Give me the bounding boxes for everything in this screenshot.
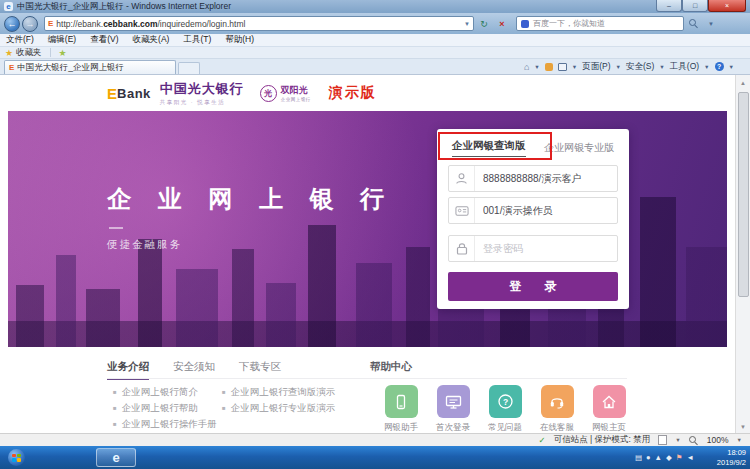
mobile-icon [385, 385, 418, 418]
badge-title: 双阳光 [281, 84, 311, 97]
link-item[interactable]: ■企业网上银行操作手册 [113, 416, 217, 432]
tray-volume-icon[interactable]: ◄ [687, 453, 694, 462]
help-item-customer-service[interactable]: 在线客服 [531, 385, 583, 434]
refresh-button[interactable]: ↻ [476, 16, 492, 31]
taskbar: e ▤ ● ▲ ◆ ⚑ ◄ 18:09 2019/9/2 [0, 446, 750, 469]
taskbar-clock[interactable]: 18:09 2019/9/2 [717, 448, 746, 467]
scroll-down-icon[interactable]: ▼ [736, 419, 750, 434]
divider [50, 48, 51, 57]
tray-app-icon[interactable]: ● [646, 453, 651, 462]
status-dropdown-icon[interactable]: ▼ [675, 437, 680, 443]
operator-input[interactable] [475, 205, 617, 216]
zoom-icon[interactable] [689, 435, 699, 445]
help-item-homepage[interactable]: 网银主页 [583, 385, 635, 434]
browser-viewport: E Bank 中国光大银行 共享阳光 · 悦享生活 光 双阳光 企业网上银行 演… [0, 74, 750, 433]
id-card-icon [449, 198, 475, 223]
stop-button[interactable]: × [494, 16, 510, 31]
minimize-button[interactable]: – [656, 0, 682, 12]
system-tray: ▤ ● ▲ ◆ ⚑ ◄ [635, 446, 694, 469]
headset-icon [541, 385, 574, 418]
help-item-assistant[interactable]: 网银助手 [375, 385, 427, 434]
login-button[interactable]: 登 录 [448, 272, 618, 301]
help-item-faq[interactable]: ? 常见问题 [479, 385, 531, 434]
menu-bar: 文件(F) 编辑(E) 查看(V) 收藏夹(A) 工具(T) 帮助(H) [0, 34, 750, 47]
operator-field [448, 197, 618, 224]
menu-view[interactable]: 查看(V) [90, 34, 118, 46]
forward-button[interactable]: → [22, 16, 38, 32]
page-menu-button[interactable]: 页面(P) [582, 61, 610, 73]
print-dropdown-icon[interactable]: ▼ [572, 64, 577, 70]
help-icon[interactable]: ? [715, 62, 724, 71]
search-dropdown-icon[interactable]: ▼ [708, 21, 714, 27]
compatibility-view-icon[interactable] [658, 435, 667, 445]
feed-icon[interactable] [545, 63, 553, 71]
url-domain: cebbank.com [103, 19, 157, 29]
url-dropdown-icon[interactable]: ▼ [464, 21, 470, 27]
badge-seal-icon: 光 [260, 85, 277, 102]
menu-help[interactable]: 帮助(H) [225, 34, 254, 46]
info-section: 业务介绍 安全须知 下载专区 帮助中心 ■企业网上银行简介 ■企业网上银行帮助 … [0, 347, 735, 434]
close-button[interactable]: × [708, 0, 746, 12]
scroll-up-icon[interactable]: ▲ [736, 75, 750, 90]
address-bar: ← → E http://ebank.cebbank.com/inquirede… [0, 13, 750, 34]
tab-query-version[interactable]: 企业网银查询版 [452, 139, 526, 157]
print-icon[interactable] [558, 63, 567, 71]
menu-favorites[interactable]: 收藏夹(A) [133, 34, 170, 46]
zoom-dropdown-icon[interactable]: ▼ [737, 437, 742, 443]
menu-file[interactable]: 文件(F) [6, 34, 34, 46]
password-input[interactable] [475, 243, 617, 254]
tab-pro-version[interactable]: 企业网银专业版 [544, 141, 614, 155]
browser-tab[interactable]: E 中国光大银行_企业网上银行 [4, 60, 176, 74]
tab-security-notice[interactable]: 安全须知 [173, 360, 215, 380]
hero-divider [109, 227, 123, 229]
tab-download-zone[interactable]: 下载专区 [239, 360, 281, 380]
start-button[interactable] [8, 449, 25, 466]
tray-show-hidden-icon[interactable]: ▲ [655, 453, 662, 462]
search-icon [689, 19, 699, 29]
url-input[interactable]: E http://ebank.cebbank.com/inquiredemo/l… [44, 16, 474, 31]
window-title: 中国光大银行_企业网上银行 - Windows Internet Explore… [17, 1, 231, 13]
link-item[interactable]: ■企业网上银行简介 [113, 384, 217, 400]
tray-network-icon[interactable]: ◆ [666, 453, 672, 462]
tray-action-center-icon[interactable]: ⚑ [676, 453, 683, 462]
new-tab-button[interactable] [178, 62, 200, 74]
favorites-button[interactable]: 收藏夹 [16, 47, 42, 59]
link-list-right: ■企业网上银行查询版演示 ■企业网上银行专业版演示 [222, 384, 335, 416]
home-icon[interactable]: ⌂ [524, 62, 529, 72]
help-shortcuts: 网银助手 首次登录 ? 常见问题 [375, 385, 635, 434]
safety-menu-button[interactable]: 安全(S) [626, 61, 654, 73]
baidu-icon [521, 20, 529, 28]
back-button[interactable]: ← [4, 16, 20, 32]
add-favorite-icon[interactable]: ★ [59, 48, 67, 58]
page-menu-caret-icon: ▼ [616, 64, 621, 70]
help-item-first-login[interactable]: 首次登录 [427, 385, 479, 434]
bank-logo-icon: E [107, 85, 117, 102]
bullet-icon: ■ [113, 421, 117, 427]
tray-keyboard-icon[interactable]: ▤ [635, 453, 642, 462]
tab-business-intro[interactable]: 业务介绍 [107, 360, 149, 380]
maximize-button[interactable]: □ [682, 0, 708, 12]
security-badge: 光 双阳光 企业网上银行 [260, 84, 311, 102]
menu-edit[interactable]: 编辑(E) [48, 34, 76, 46]
trusted-check-icon: ✓ [539, 435, 546, 445]
help-dropdown-icon[interactable]: ▼ [729, 64, 734, 70]
tools-menu-button[interactable]: 工具(O) [670, 61, 699, 73]
vertical-scrollbar[interactable]: ▲ ▼ [735, 75, 750, 434]
site-header: E Bank 中国光大银行 共享阳光 · 悦享生活 光 双阳光 企业网上银行 演… [0, 75, 735, 111]
home-dropdown-icon[interactable]: ▼ [534, 64, 539, 70]
divider [107, 378, 627, 379]
link-item[interactable]: ■企业网上银行查询版演示 [222, 384, 335, 400]
tools-menu-caret-icon: ▼ [704, 64, 709, 70]
search-button[interactable] [686, 16, 702, 31]
taskbar-ie-button[interactable]: e [96, 448, 136, 467]
status-bar: ✓ 可信站点 | 保护模式: 禁用 ▼ 100% ▼ [0, 433, 750, 446]
link-item[interactable]: ■企业网上银行帮助 [113, 400, 217, 416]
search-input[interactable]: 百度一下，你就知道 [516, 16, 684, 31]
ie-icon: e [112, 450, 119, 465]
scrollbar-thumb[interactable] [738, 92, 749, 297]
menu-tools[interactable]: 工具(T) [183, 34, 211, 46]
customer-number-input[interactable] [475, 173, 617, 184]
link-item[interactable]: ■企业网上银行专业版演示 [222, 400, 335, 416]
link-list-left: ■企业网上银行简介 ■企业网上银行帮助 ■企业网上银行操作手册 [113, 384, 217, 432]
zoom-level[interactable]: 100% [707, 435, 729, 445]
